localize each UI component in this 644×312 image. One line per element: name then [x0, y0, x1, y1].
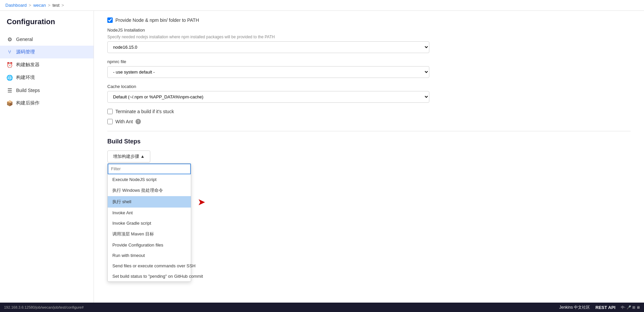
- dropdown-item-build-status[interactable]: Set build status to "pending" on GitHub …: [108, 271, 191, 281]
- nodejs-installation-row: NodeJS Installation Specify needed nodej…: [107, 28, 631, 53]
- add-step-button-label: 增加构建步骤 ▲: [113, 153, 145, 160]
- sidebar-item-build-steps[interactable]: ☰ Build Steps: [0, 84, 94, 97]
- provide-node-label[interactable]: Provide Node & npm bin/ folder to PATH: [115, 17, 199, 23]
- sidebar-title: Configuration: [0, 17, 94, 33]
- with-ant-checkbox[interactable]: [107, 119, 113, 124]
- sidebar: Configuration ⚙ General ⑂ 源码管理 ⏰ 构建触发器 🌐…: [0, 11, 94, 312]
- dropdown-item-windows-batch[interactable]: 执行 Windows 批处理命令: [108, 185, 191, 196]
- sidebar-item-post-build[interactable]: 📦 构建后操作: [0, 97, 94, 109]
- dropdown-item-provide-config[interactable]: Provide Configuration files: [108, 240, 191, 250]
- npmrc-file-row: npmrc file - use system default - Custom: [107, 59, 631, 78]
- build-steps-section: Build Steps 增加构建步骤 ▲ Execute NodeJS scri…: [107, 138, 631, 163]
- terminate-build-label[interactable]: Terminate a build if it's stuck: [115, 109, 174, 114]
- breadcrumb-test: test: [52, 3, 59, 8]
- breadcrumb-sep-3: >: [61, 3, 64, 8]
- breadcrumb-wecan[interactable]: wecan: [33, 3, 46, 8]
- with-ant-help-icon[interactable]: ?: [136, 119, 141, 124]
- add-step-dropdown-menu: Execute NodeJS script 执行 Windows 批处理命令 执…: [107, 163, 191, 282]
- breadcrumb-bar: Dashboard > wecan > test >: [0, 0, 644, 11]
- fork-icon: ⑂: [7, 49, 13, 55]
- dropdown-filter-input[interactable]: [108, 164, 191, 174]
- section-divider: [107, 131, 631, 131]
- globe-icon: 🌐: [7, 75, 13, 81]
- sidebar-item-source-mgmt[interactable]: ⑂ 源码管理: [0, 46, 94, 58]
- dropdown-item-execute-shell[interactable]: 执行 shell ➤: [108, 196, 191, 208]
- terminate-build-checkbox[interactable]: [107, 109, 113, 114]
- status-bar-icons: 中· 🎤 ⊞ 🖥: [621, 305, 640, 310]
- sidebar-item-build-env[interactable]: 🌐 构建环境: [0, 71, 94, 84]
- sidebar-item-build-triggers[interactable]: ⏰ 构建触发器: [0, 58, 94, 71]
- provide-node-checkbox[interactable]: [107, 17, 113, 23]
- sidebar-label-build-env: 构建环境: [16, 75, 35, 81]
- nodejs-installation-label: NodeJS Installation: [107, 28, 631, 33]
- cache-location-row: Cache location Default (~/.npm or %APP_D…: [107, 84, 631, 103]
- main-content: Provide Node & npm bin/ folder to PATH N…: [94, 11, 644, 312]
- npmrc-file-label: npmrc file: [107, 59, 631, 64]
- dropdown-item-invoke-gradle[interactable]: Invoke Gradle script: [108, 218, 191, 228]
- dropdown-item-execute-nodejs[interactable]: Execute NodeJS script: [108, 174, 191, 185]
- add-step-dropdown-wrapper: 增加构建步骤 ▲ Execute NodeJS script 执行 Window…: [107, 150, 150, 163]
- sidebar-label-post-build: 构建后操作: [16, 100, 40, 106]
- red-arrow-indicator: ➤: [198, 196, 205, 208]
- with-ant-label[interactable]: With Ant: [115, 119, 133, 124]
- nodejs-installation-select[interactable]: node16.15.0 node14.17.0 node12.22.0: [107, 41, 429, 53]
- sidebar-label-general: General: [16, 37, 33, 42]
- sidebar-item-general[interactable]: ⚙ General: [0, 33, 94, 46]
- gear-icon: ⚙: [7, 36, 13, 42]
- cache-location-select[interactable]: Default (~/.npm or %APP_DATA%\npm-cache)…: [107, 91, 429, 103]
- clock-icon: ⏰: [7, 62, 13, 68]
- npmrc-file-select[interactable]: - use system default - Custom: [107, 66, 429, 78]
- build-steps-title: Build Steps: [107, 138, 631, 145]
- dropdown-item-invoke-ant[interactable]: Invoke Ant: [108, 208, 191, 218]
- box-icon: 📦: [7, 100, 13, 106]
- sidebar-label-source-mgmt: 源码管理: [16, 49, 35, 55]
- cache-location-label: Cache location: [107, 84, 631, 89]
- jenkins-community-label[interactable]: Jenkins 中文社区: [559, 305, 590, 310]
- add-step-button[interactable]: 增加构建步骤 ▲: [107, 150, 150, 163]
- nodejs-installation-sublabel: Specify needed nodejs installation where…: [107, 35, 631, 39]
- rest-api-label[interactable]: REST API: [595, 305, 615, 310]
- list-icon: ☰: [7, 87, 13, 93]
- status-bar-url: 192.168.3.6:12580/job/wecan/job/test/con…: [4, 305, 84, 309]
- breadcrumb-sep-1: >: [29, 3, 32, 8]
- terminate-build-row: Terminate a build if it's stuck: [107, 109, 631, 114]
- dropdown-item-run-timeout[interactable]: Run with timeout: [108, 250, 191, 261]
- sidebar-label-build-steps: Build Steps: [16, 88, 40, 93]
- dropdown-item-send-files-ssh[interactable]: Send files or execute commands over SSH: [108, 261, 191, 271]
- status-bar-right: Jenkins 中文社区 REST API 中· 🎤 ⊞ 🖥: [559, 305, 640, 310]
- with-ant-row: With Ant ?: [107, 119, 631, 124]
- status-bar: 192.168.3.6:12580/job/wecan/job/test/con…: [0, 303, 644, 312]
- breadcrumb-sep-2: >: [48, 3, 51, 8]
- sidebar-label-build-triggers: 构建触发器: [16, 62, 40, 68]
- breadcrumb-dashboard[interactable]: Dashboard: [5, 3, 27, 8]
- dropdown-item-maven-top[interactable]: 调用顶层 Maven 目标: [108, 228, 191, 240]
- provide-node-row: Provide Node & npm bin/ folder to PATH: [107, 17, 631, 23]
